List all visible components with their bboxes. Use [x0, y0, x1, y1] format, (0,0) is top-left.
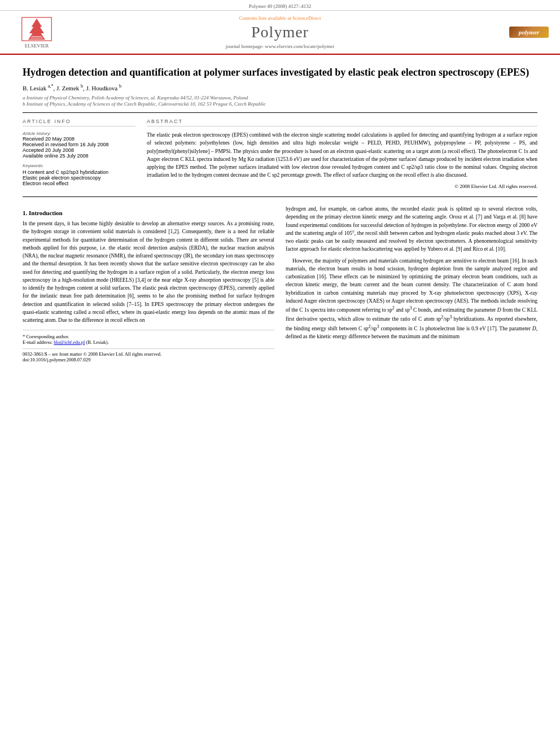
doi-line: doi:10.1016/j.polymer.2008.07.029: [23, 357, 274, 362]
journal-homepage: journal homepage: www.elsevier.com/locat…: [62, 43, 498, 49]
keywords-label: Keywords:: [23, 163, 135, 168]
keyword-3: Electron recoil effect: [23, 181, 135, 186]
volume-info: Polymer 49 (2008) 4127–4132: [0, 0, 560, 11]
section1-left-text: In the present days, it has become highl…: [23, 220, 274, 324]
body-left-col: 1. Introduction In the present days, it …: [23, 205, 274, 362]
email-link[interactable]: blo@ichf.edu.pl: [54, 339, 85, 345]
doi-footer: 0032-3861/$ – see front matter © 2008 El…: [23, 348, 274, 362]
journal-center: Contents lists available at ScienceDirec…: [62, 15, 498, 49]
accepted-date: Accepted 20 July 2008: [23, 147, 135, 153]
abstract-copyright: © 2008 Elsevier Ltd. All rights reserved…: [147, 183, 537, 191]
section1-right-text: hydrogen and, for example, on carbon ato…: [286, 205, 537, 340]
abstract-panel: ABSTRACT The elastic peak electron spect…: [147, 119, 537, 191]
volume-info-text: Polymer 49 (2008) 4127–4132: [249, 3, 312, 9]
journal-title: Polymer: [62, 23, 498, 41]
corresponding-author-note: * Corresponding author.: [23, 334, 274, 339]
received-date: Received 20 May 2008: [23, 136, 135, 142]
authors: B. Lesiak a,*, J. Zemek b, J. Houdkova b: [23, 84, 537, 91]
history-label: Article history:: [23, 131, 135, 136]
sciencedirect-link: Contents lists available at ScienceDirec…: [62, 15, 498, 21]
elsevier-logo: ELSEVIER: [11, 16, 62, 49]
abstract-label: ABSTRACT: [147, 119, 537, 126]
elsevier-emblem-icon: [20, 16, 54, 42]
polymer-logo-box: polymer: [509, 27, 549, 38]
article-history: Article history: Received 20 May 2008 Re…: [23, 131, 135, 159]
footnote-area: * Corresponding author. E-mail address: …: [23, 330, 274, 362]
article-info-label: ARTICLE INFO: [23, 119, 135, 126]
sciencedirect-text[interactable]: ScienceDirect: [292, 15, 321, 21]
copyright-footer: 0032-3861/$ – see front matter © 2008 El…: [23, 351, 274, 357]
received-revised-date: Received in revised form 16 July 2008: [23, 142, 135, 147]
available-date: Available online 25 July 2008: [23, 153, 135, 159]
keyword-2: Elastic peak electron spectroscopy: [23, 175, 135, 181]
info-abstract-section: ARTICLE INFO Article history: Received 2…: [23, 112, 537, 197]
affiliation-a: a Institute of Physical Chemistry, Polis…: [23, 95, 537, 101]
body-section: 1. Introduction In the present days, it …: [23, 205, 537, 362]
elsevier-wordmark: ELSEVIER: [25, 43, 49, 49]
article-title: Hydrogen detection and quantification at…: [23, 66, 537, 79]
main-content: Hydrogen detection and quantification at…: [0, 55, 560, 368]
abstract-text: The elastic peak electron spectroscopy (…: [147, 131, 537, 190]
affiliations: a Institute of Physical Chemistry, Polis…: [23, 95, 537, 107]
affiliation-b: b Institute of Physics, Academy of Scien…: [23, 101, 537, 107]
section1-heading: 1. Introduction: [23, 209, 274, 216]
polymer-logo: polymer: [498, 27, 549, 38]
keyword-1: H content and C sp2/sp3 hybridization: [23, 169, 135, 175]
journal-header: ELSEVIER Contents lists available at Sci…: [0, 11, 560, 55]
keywords-group: Keywords: H content and C sp2/sp3 hybrid…: [23, 163, 135, 186]
article-info-panel: ARTICLE INFO Article history: Received 2…: [23, 119, 135, 191]
body-right-col: hydrogen and, for example, on carbon ato…: [286, 205, 537, 362]
email-note: E-mail address: blo@ichf.edu.pl (B. Lesi…: [23, 339, 274, 345]
